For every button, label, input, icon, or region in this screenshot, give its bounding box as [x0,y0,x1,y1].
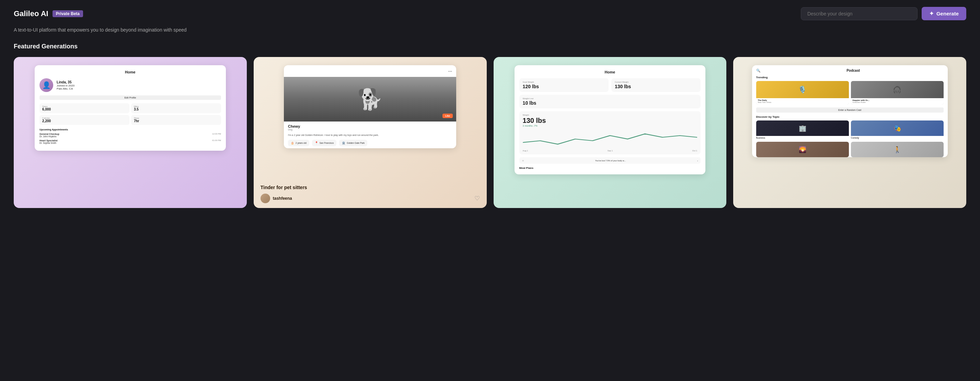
trending-label: Trending [752,76,948,81]
weight-change: 3 months -7% [523,125,697,127]
big-weight-value: 130 lbs [523,117,697,125]
stat-miles: Miles 3.5 [131,103,221,113]
goal-weight-box: Goal Weight 120 lbs [519,78,609,92]
business-img: 🏢 [756,121,849,136]
card-2-bottom: Tinder for pet sitters tashfeena ♡ [254,180,487,208]
card-pet-sitter[interactable]: Chewy ··· 🐕 Like Chewy Dog I'm a 2 year … [254,57,487,208]
author-name: tashfeena [273,196,292,201]
card-weight-tracker[interactable]: Home Goal Weight 120 lbs Current Weight … [493,57,727,208]
current-weight-detail: Weight 130 lbs 3 months -7% Aug 1 Sep 1 … [519,111,701,154]
discover-grid: 🏢 Business 🎭 Comedy [752,121,948,142]
phone-mockup-weight: Home Goal Weight 120 lbs Current Weight … [515,65,706,175]
current-weight-value: 130 lbs [615,84,697,89]
park-icon: 🏛️ [342,141,345,144]
trending-item-1[interactable]: 🎙️ The Daily New York Times [756,81,849,105]
pet-tag-age: 🎂 2 years old [288,140,309,146]
dog-photo: 🐕 [284,77,456,122]
generate-button[interactable]: ✦ Generate [922,7,966,20]
chart-label-aug: Aug 1 [523,150,528,152]
stats-grid: Steps 6,000 Miles 3.5 Calories 2,200 Sle… [40,103,221,125]
comedy-label: Comedy [851,136,943,140]
body-tip: ☆ You've lost 7.5% of your body w... › [519,157,701,164]
goal-weight-label: Goal Weight [523,81,605,83]
trending-img-1: 🎙️ [756,81,849,98]
like-badge[interactable]: Like [442,114,453,118]
author-avatar [261,194,270,203]
pet-image: 🐕 Like [284,77,456,122]
trending-img-2: 🎧 [851,81,943,98]
pet-type: Dog [288,129,452,131]
chart-label-oct: Oct 1 [692,150,697,152]
weight-lost-value: 10 lbs [523,100,697,106]
weight-lost-label: Weight Lost [523,97,697,100]
podcast-header: 🔍 Podcast [752,65,948,76]
discover-label: Discover by Topic [752,115,948,121]
card-health-app[interactable]: Home Linda, 35 Joined in 2020 Palo Alto,… [14,57,247,208]
current-weight-label: Current Weight [615,81,697,83]
birthday-icon: 🎂 [291,141,294,144]
weight-main-label: Weight [523,114,697,116]
appointments-title: Upcoming Appointments [40,129,221,131]
pet-tag-location: 📍 San Francisco [312,140,337,146]
card-2-author: tashfeena ♡ [261,194,480,203]
user-location: Palo Alto, CA [57,87,75,90]
header: Galileo AI Private Beta ✦ Generate [0,0,980,27]
user-name: Linda, 35 [57,80,75,84]
trending-grid: 🎙️ The Daily New York Times 🎧 Happier wi… [752,81,948,108]
sleep-value: 7hr [134,119,218,123]
pet-header: Chewy ··· [284,65,456,77]
health-phone-header: Home [40,70,221,74]
logo-text: Galileo AI [14,9,48,18]
phone-mockup-pet: Chewy ··· 🐕 Like Chewy Dog I'm a 2 year … [284,65,456,148]
appt-2-doctor: Dr. Sophia Smith [40,142,58,144]
stat-steps: Steps 6,000 [40,103,129,113]
discover-item-4[interactable]: 🚶 [851,142,943,157]
miles-value: 3.5 [134,108,218,111]
discover-comedy[interactable]: 🎭 Comedy [851,121,943,140]
pet-name-header: Chewy [288,70,299,73]
featured-section: Featured Generations Home Linda, 35 Join… [0,43,980,208]
search-input[interactable] [801,7,918,20]
card-podcast[interactable]: 🔍 Podcast Trending 🎙️ The Daily New York… [733,57,966,208]
heart-icon[interactable]: ♡ [474,195,480,202]
pet-description: I'm a 2 year old Golden Retriever. I lov… [284,133,456,140]
appointment-1: General Checkup Dr. John Hopkins 12:00 P… [40,133,221,138]
business-label: Business [756,136,849,140]
appt-2-time: 01:00 PM [212,139,221,141]
featured-title: Featured Generations [14,43,966,50]
appt-1-doctor: Dr. John Hopkins [40,135,59,138]
weight-lost-box: Weight Lost 10 lbs [519,95,701,108]
search-icon[interactable]: 🔍 [756,69,760,72]
cards-row: Home Linda, 35 Joined in 2020 Palo Alto,… [14,57,966,208]
spark-icon: ✦ [929,10,934,17]
discover-img-4: 🚶 [851,142,943,157]
location-icon: 📍 [315,141,318,144]
discover-item-3[interactable]: 🌄 [756,142,849,157]
pet-location: San Francisco [320,142,334,144]
current-weight-box: Current Weight 130 lbs [611,78,701,92]
meal-plans-title: Meal Plans [519,167,701,170]
header-right: ✦ Generate [801,7,966,20]
discover-grid-2: 🌄 🚶 [752,142,948,157]
card-2-title: Tinder for pet sitters [261,185,480,190]
weight-stats-grid: Goal Weight 120 lbs Current Weight 130 l… [519,78,701,92]
weight-phone-header: Home [519,70,701,74]
avatar [40,78,53,92]
random-cast-button[interactable]: Enter a Random Cast [756,108,943,113]
discover-business[interactable]: 🏢 Business [756,121,849,140]
appt-1-name: General Checkup [40,133,59,135]
comedy-img: 🎭 [851,121,943,136]
trending-item-2[interactable]: 🎧 Happier with Gr... Gretchen Rubin [851,81,943,105]
goal-weight-value: 120 lbs [523,84,605,89]
star-icon: ☆ [522,159,524,162]
appt-1-time: 12:00 PM [212,133,221,135]
subtitle: A text-to-UI platform that empowers you … [0,27,980,43]
edit-profile-button[interactable]: Edit Profile [40,95,221,100]
chart-labels: Aug 1 Sep 1 Oct 1 [523,150,697,152]
pet-tags: 🎂 2 years old 📍 San Francisco 🏛️ Golden … [284,140,456,148]
trending-1-author: New York Times [758,101,847,103]
more-options-icon[interactable]: ··· [448,69,452,74]
stat-calories: Calories 2,200 [40,115,129,125]
body-tip-text: You've lost 7.5% of your body w... [595,160,626,162]
user-joined: Joined in 2020 [57,84,75,87]
